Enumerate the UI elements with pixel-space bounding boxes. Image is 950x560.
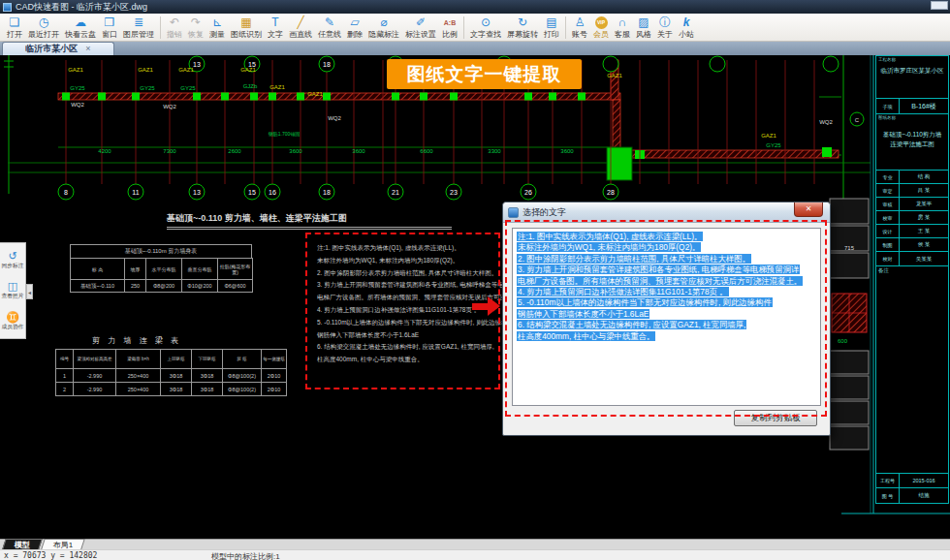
- titleblock-bottom-row: 图 号结施: [876, 488, 948, 503]
- toolbar-measure-button[interactable]: ⊾测量: [206, 15, 228, 41]
- copy-to-clipboard-button[interactable]: 复制到剪贴板: [734, 410, 817, 426]
- svg-text:WQ2: WQ2: [328, 115, 341, 121]
- toolbar-free-line-button[interactable]: ✎任意线: [315, 15, 344, 41]
- drawing-note-line: 2. 图中涂阴影部分表示剪力墙暗柱范围, 具体尺寸详暗柱大样图。: [317, 267, 511, 280]
- promo-banner: 图纸文字一键提取: [387, 59, 582, 89]
- app-window: 811131516182123262813151821GAZ1GAZ1GAZ1G…: [0, 0, 950, 560]
- wall-table-body: 标 高墙厚水平分布筋垂直分布筋拉筋(梅花形布置)基础顶~-0.110250Φ8@…: [70, 258, 253, 293]
- window-titlebar[interactable]: CAD快速看图 - 临沂市某小区.dwg: [0, 0, 950, 14]
- svg-text:3600: 3600: [560, 148, 574, 154]
- toolbar-recent-open-button[interactable]: ◷最近打开: [25, 15, 62, 41]
- toolbar-cloud-drive-button[interactable]: ☁快看云盘: [62, 15, 99, 41]
- view-photos-icon: ◫: [8, 280, 17, 292]
- dialog-titlebar[interactable]: 选择的文字: [503, 202, 830, 223]
- toolbar-drawing-recognition-button[interactable]: ▦图纸识别: [228, 15, 265, 41]
- text-icon: T: [271, 16, 278, 29]
- app-icon: [3, 3, 12, 12]
- dialog-body: 注:1. 图中实线表示为墙体(Q1), 虚线表示连梁(LL)。未标注外墙均为WQ…: [507, 223, 826, 431]
- toolbar-annotation-settings-label: 标注设置: [405, 29, 436, 40]
- toolbar-screen-rotate-button[interactable]: ↻屏幕旋转: [504, 15, 541, 41]
- layout-tabbar: 模型 布局1: [0, 539, 950, 549]
- tab-model[interactable]: 模型: [2, 539, 43, 549]
- table-row: 1-2.990250×4003Φ183Φ18Φ8@100(2)2Φ10: [56, 369, 287, 383]
- vip-icon: VIP: [595, 16, 608, 29]
- dialog-text-line: 4. 剪力墙上预留洞口边补强做法详图集11G101-1第78页 。: [517, 287, 816, 297]
- table-row: 基础顶~-0.110250Φ8@200Φ10@200Φ6@600: [71, 280, 253, 293]
- drawing-note-line: 注:1. 图中实线表示为墙体(Q1), 虚线表示连梁(LL)。: [317, 242, 511, 255]
- svg-text:GJZb: GJZb: [243, 83, 258, 89]
- free-line-icon: ✎: [325, 16, 334, 29]
- toolbar-undo-button[interactable]: ↶撤销: [164, 15, 185, 41]
- toolbar-vip-button[interactable]: VIP会员: [590, 15, 612, 41]
- drawing-note-line: 电梯厂方设备图。所有墙体的预留洞、预埋套管应核对无误后方可浇注混凝土。: [317, 292, 511, 304]
- table-cell: 250: [125, 280, 146, 293]
- titleblock-sheet-name-line1: 基础顶~-0.110剪力墙: [876, 130, 948, 140]
- about-icon: ⓘ: [659, 16, 671, 29]
- table-header-cell: 下部纵筋: [192, 350, 223, 369]
- toolbar-annotation-settings-button[interactable]: ✐标注设置: [402, 15, 439, 41]
- svg-text:WQ2: WQ2: [163, 104, 176, 109]
- titleblock-subitem-label: 子项: [876, 99, 900, 113]
- side-panel-collapse-arrow[interactable]: ◂: [26, 284, 33, 299]
- svg-text:GAZ1: GAZ1: [307, 91, 323, 97]
- drawing-note-line: 柱高度400mm, 柱中心与梁中线重合。: [317, 354, 511, 366]
- dialog-text-area[interactable]: 注:1. 图中实线表示为墙体(Q1), 虚线表示连梁(LL)。未标注外墙均为WQ…: [512, 228, 821, 406]
- toolbar-redo-button[interactable]: ↷恢复: [185, 15, 206, 41]
- toolbar-text-search-button[interactable]: ⊙文字查找: [467, 15, 504, 41]
- toolbar-open-button[interactable]: ❏打开: [4, 15, 25, 41]
- toolbar-vip-label: 会员: [593, 29, 609, 40]
- side-panel-view-photos-button[interactable]: ◫查看照片: [1, 280, 24, 300]
- toolbar-undo-label: 撤销: [167, 29, 182, 40]
- dialog-text-line: 3. 剪力墙上开洞和预留套管详建筑图和各专业图纸, 电梯呼梯盒等电梯预留洞详: [517, 264, 816, 275]
- window-title: CAD快速看图 - 临沂市某小区.dwg: [16, 1, 147, 14]
- document-tab[interactable]: 临沂市某小区 ×: [2, 42, 114, 55]
- toolbar-window-button[interactable]: ❒窗口: [99, 15, 120, 41]
- table-cell: 3Φ18: [192, 369, 223, 383]
- side-panel-sync-annotations-button[interactable]: ↺同步标注: [1, 250, 24, 270]
- side-panel-member-collaboration-button[interactable]: ♊成员协作: [1, 311, 24, 331]
- toolbar-style-button[interactable]: ▨风格: [633, 15, 654, 41]
- svg-text:600: 600: [838, 338, 848, 344]
- side-panel: ↺同步标注◫查看照片♊成员协作: [0, 242, 26, 339]
- sheet-titleblock: 工程名称 临沂市罗庄区某某小区 子项 B-16#楼 图纸名称 基础顶~-0.11…: [875, 55, 949, 504]
- toolbar-print-button[interactable]: ▤打印: [541, 15, 562, 41]
- table-cell: 3Φ18: [161, 369, 192, 383]
- svg-text:6600: 6600: [420, 148, 433, 154]
- toolbar-layer-manager-button[interactable]: ≣图层管理: [120, 15, 157, 41]
- svg-text:18: 18: [323, 189, 331, 196]
- window-controls[interactable]: [931, 1, 948, 10]
- drawing-notes: 注:1. 图中实线表示为墙体(Q1), 虚线表示连梁(LL)。未标注外墙均为WQ…: [317, 242, 511, 366]
- toolbar-scale-button[interactable]: A:B比例: [439, 15, 460, 41]
- svg-text:GY25: GY25: [180, 85, 196, 91]
- wall-table: 基础顶~-0.110m 剪力墙身表 标 高墙厚水平分布筋垂直分布筋拉筋(梅花形布…: [70, 244, 253, 293]
- table-cell: 1: [56, 369, 74, 383]
- table-header-row: 标 高墙厚水平分布筋垂直分布筋拉筋(梅花形布置): [71, 259, 253, 280]
- dialog-text-line: 钢筋伸入下部墙体长度不小于1.6LaE: [517, 309, 816, 320]
- drawing-note-line: 未标注外墙均为WQ1, 未标注内墙均为180厚(Q2)。: [317, 255, 511, 267]
- svg-text:16: 16: [269, 189, 276, 196]
- toolbar-draw-line-label: 画直线: [289, 29, 312, 40]
- annotation-settings-icon: ✐: [416, 16, 426, 29]
- toolbar-draw-line-button[interactable]: ╱画直线: [286, 15, 315, 41]
- toolbar-ksite-button[interactable]: k小站: [676, 15, 697, 41]
- dialog-text-line: 6. 结构梁交混凝土墙处无边缘构件时, 应设置GAZ1, 柱宽同墙厚,: [517, 320, 816, 330]
- drawing-note-line: 3. 剪力墙上开洞和预留套管详建筑图和各专业图纸, 电梯呼梯盒等电梯预留洞详: [317, 279, 511, 292]
- toolbar-about-button[interactable]: ⓘ关于: [654, 15, 676, 41]
- table-cell: 250×400: [116, 369, 161, 383]
- ksite-icon: k: [683, 16, 690, 29]
- dialog-close-button[interactable]: ✕: [794, 202, 823, 217]
- table-cell: -2.990: [74, 383, 116, 396]
- table-header-cell: 拉筋(梅花形布置): [218, 259, 253, 280]
- toolbar-cloud-drive-label: 快看云盘: [65, 29, 96, 40]
- toolbar-service-button[interactable]: ∩客服: [612, 15, 633, 41]
- toolbar-print-label: 打印: [544, 29, 559, 40]
- table-cell: 250×400: [116, 383, 161, 396]
- view-photos-label: 查看照片: [2, 293, 24, 301]
- toolbar-account-button[interactable]: ♙账号: [569, 15, 590, 41]
- tab-layout1[interactable]: 布局1: [41, 539, 85, 549]
- toolbar-erase-button[interactable]: ▱删除: [344, 15, 365, 41]
- toolbar-hide-annotation-button[interactable]: ⌀隐藏标注: [365, 15, 402, 41]
- undo-icon: ↶: [170, 16, 179, 29]
- toolbar-text-button[interactable]: T文字: [265, 15, 286, 41]
- document-tab-close-icon[interactable]: ×: [85, 45, 90, 53]
